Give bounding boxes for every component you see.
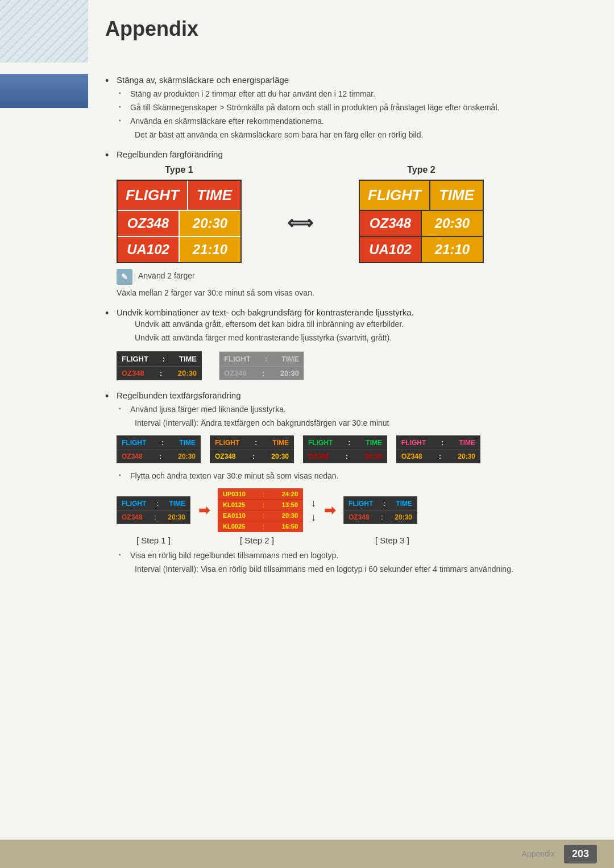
sub-item-1-3: Använda en skärmsläckare efter rekommend… — [117, 117, 580, 126]
cb3-header: FLIGHT : TIME — [304, 436, 387, 450]
cb1-r1c1: OZ348 — [122, 452, 143, 460]
sub-list-4b: Flytta och ändra texten var 30:e minut s… — [117, 471, 580, 480]
board1-row1: OZ348 20:30 — [118, 210, 240, 236]
light-r1c1: OZ348 — [224, 369, 247, 377]
step-right2-arrow-icon: ➡ — [324, 502, 335, 518]
step3-sep: : — [384, 500, 385, 508]
arrow-container: ⟺ — [287, 182, 313, 263]
page-footer: Appendix 203 — [0, 840, 614, 868]
cb1-header: FLIGHT : TIME — [117, 436, 200, 450]
cb2-h2: TIME — [272, 439, 289, 447]
cb3-row1: OZ348 : 20:30 — [304, 450, 387, 463]
flight-board-type1: FLIGHT TIME OZ348 20:30 UA102 21:10 — [117, 180, 242, 263]
note-icon: ✎ — [117, 269, 132, 285]
cb3-sep: : — [348, 439, 350, 447]
sub4-3: Visa en rörlig bild regelbundet tillsamm… — [117, 551, 580, 560]
board1-row2: UA102 21:10 — [118, 236, 240, 262]
color-board-4: FLIGHT : TIME OZ348 : 20:30 — [396, 435, 480, 463]
cb3-r1sep: : — [346, 452, 348, 460]
step3-r1c1: OZ348 — [349, 513, 370, 521]
step2-r2s: : — [263, 501, 264, 508]
step1-h1: FLIGHT — [122, 500, 146, 508]
cb1-r1c2: 20:30 — [178, 452, 196, 460]
cb4-r1c1: OZ348 — [401, 452, 422, 460]
light-h2: TIME — [281, 355, 299, 363]
swap-arrow-icon: ⟺ — [287, 212, 313, 234]
cb3-r1c2: 20:30 — [364, 452, 382, 460]
cb1-h1: FLIGHT — [122, 439, 146, 447]
step-arrow-right2: ➡ — [324, 502, 335, 518]
step-labels: [ Step 1 ] [ Step 2 ] [ Step 3 ] — [117, 535, 580, 545]
light-sep: : — [265, 355, 267, 363]
step2-r1s: : — [263, 491, 264, 497]
cb2-row1: OZ348 : 20:30 — [210, 450, 293, 463]
contrast-board-dark: FLIGHT : TIME OZ348 : 20:30 — [117, 351, 202, 380]
down-arrow-1-icon: ↓ — [311, 497, 316, 509]
board2-r2c1: UA102 — [360, 237, 421, 262]
cb1-r1sep: : — [159, 452, 161, 460]
contrast-board-light: FLIGHT : TIME OZ348 : 20:30 — [219, 351, 304, 380]
step2-r3s: : — [263, 512, 264, 519]
board2-r1c2: 20:30 — [421, 211, 483, 236]
sub-item-1-2: Gå till Skärmegenskaper > Strömkälla på … — [117, 103, 580, 112]
cb4-header: FLIGHT : TIME — [397, 436, 480, 450]
step1-row1: OZ348 : 20:30 — [117, 510, 190, 524]
cb4-h2: TIME — [459, 439, 475, 447]
footer-page-number: 203 — [564, 845, 597, 863]
sub4-3-note: Interval (Intervall): Visa en rörlig bil… — [117, 564, 580, 574]
sub4-2: Flytta och ändra texten var 30:e minut s… — [117, 471, 580, 480]
step2-label-text: [ Step 2 ] — [214, 535, 300, 545]
sub-list-4c: Visa en rörlig bild regelbundet tillsamm… — [117, 551, 580, 560]
step2-r3v: 20:30 — [282, 512, 298, 519]
bullet3-note2: Undvik att använda färger med kontraster… — [117, 333, 580, 342]
light-board-header: FLIGHT : TIME — [219, 352, 304, 366]
diagonal-pattern — [0, 0, 88, 63]
board2-row2: UA102 21:10 — [360, 236, 483, 262]
step2-r1l: UP0310 — [223, 491, 246, 497]
step1-label-text: [ Step 1 ] — [117, 535, 190, 545]
step1-h2: TIME — [169, 500, 185, 508]
step3-h2: TIME — [396, 500, 412, 508]
dark-h1: FLIGHT — [122, 355, 148, 363]
four-color-boards: FLIGHT : TIME OZ348 : 20:30 FLIGHT : — [117, 435, 580, 463]
step1-r1c2: 20:30 — [168, 513, 185, 521]
step3-r1c2: 20:30 — [395, 513, 412, 521]
board2-r1c1: OZ348 — [360, 211, 421, 236]
step3-row1: OZ348 : 20:30 — [344, 510, 417, 524]
step3-h1: FLIGHT — [349, 500, 373, 508]
color-board-2: FLIGHT : TIME OZ348 : 20:30 — [210, 435, 294, 463]
step2-r1v: 24:20 — [282, 491, 298, 497]
step2-row1: UP0310 : 24:20 — [218, 489, 302, 500]
board2-h1: FLIGHT — [360, 181, 429, 210]
type1-section: Type 1 FLIGHT TIME OZ348 20:30 UA102 21: — [117, 165, 242, 263]
board2-h2: TIME — [429, 181, 483, 210]
board1-header: FLIGHT TIME — [118, 181, 240, 210]
board1-h2: TIME — [187, 181, 240, 210]
step1-container: FLIGHT : TIME OZ348 : 20:30 — [117, 496, 190, 524]
page-title: Appendix — [105, 17, 580, 41]
board2-r2c2: 21:10 — [421, 237, 483, 262]
step2-row3: EA0110 : 20:30 — [218, 510, 302, 521]
board1-r2c1: UA102 — [118, 237, 179, 262]
type2-section: Type 2 FLIGHT TIME OZ348 20:30 UA102 21: — [359, 165, 484, 263]
step3-r1sep: : — [381, 513, 383, 521]
flight-board-type2: FLIGHT TIME OZ348 20:30 UA102 21:10 — [359, 180, 484, 263]
decorative-corner — [0, 0, 88, 63]
board1-r1c1: OZ348 — [118, 211, 179, 236]
step2-container: UP0310 : 24:20 KL0125 : 13:50 EA0110 : — [218, 488, 303, 532]
board1-h1: FLIGHT — [118, 181, 187, 210]
step2-r4l: KL0025 — [223, 523, 245, 530]
cb4-row1: OZ348 : 20:30 — [397, 450, 480, 463]
step2-board: UP0310 : 24:20 KL0125 : 13:50 EA0110 : — [218, 488, 303, 532]
bullet3-note1: Undvik att använda grått, eftersom det k… — [117, 319, 580, 329]
cb2-sep: : — [255, 439, 257, 447]
cb4-r1c2: 20:30 — [458, 452, 475, 460]
list-item-1: Stänga av, skärmsläckare och energisparl… — [105, 75, 580, 139]
light-h1: FLIGHT — [224, 355, 251, 363]
cb3-h1: FLIGHT — [308, 439, 333, 447]
step1-header: FLIGHT : TIME — [117, 497, 190, 510]
type1-label: Type 1 — [117, 165, 242, 175]
light-r1c2: 20:30 — [280, 369, 299, 377]
dark-r1c1: OZ348 — [122, 369, 144, 377]
footer-label: Appendix — [522, 849, 555, 858]
